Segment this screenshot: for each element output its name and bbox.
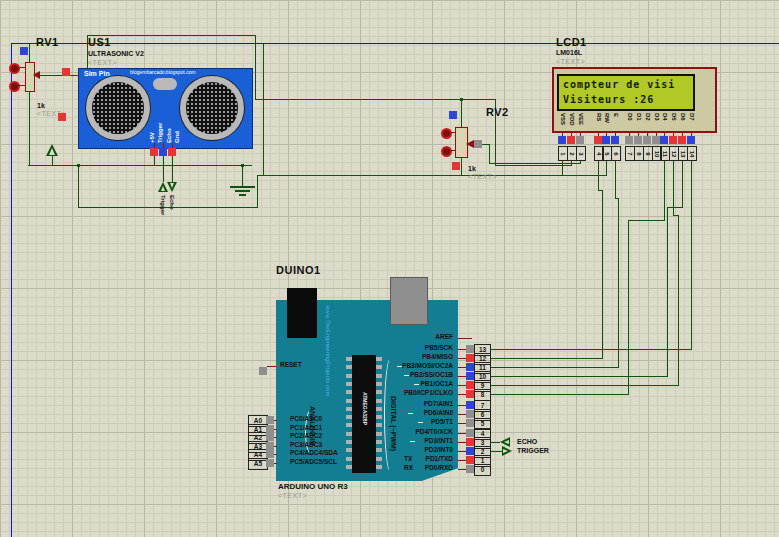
pwm-mark [410, 441, 415, 442]
state-probe [62, 68, 70, 76]
wire[interactable] [11, 43, 12, 537]
rv1-value: 1k [37, 102, 45, 109]
pin-stub [458, 433, 466, 434]
pin-stub [458, 394, 466, 395]
wire[interactable] [78, 165, 79, 207]
wire[interactable] [29, 90, 30, 165]
state-probe [58, 113, 66, 121]
wire[interactable] [490, 376, 668, 377]
wire[interactable] [87, 35, 256, 36]
rv2-terminal[interactable] [441, 128, 452, 139]
rv2-terminal[interactable] [441, 146, 452, 157]
schematic-canvas: RV1 1k <TEXT> US1 ULTRASONIC V2 <TEXT> S… [0, 0, 779, 537]
wire[interactable] [154, 156, 155, 165]
state-probe [576, 136, 584, 144]
wire[interactable] [615, 160, 616, 198]
wire[interactable] [628, 220, 629, 394]
wire[interactable] [11, 43, 779, 44]
lcd-pin-name: E [613, 113, 619, 117]
lcd-screen: compteur de visi Visiteurs :26 [557, 74, 695, 111]
transducer-left [86, 76, 150, 140]
pin-stub [274, 454, 277, 455]
state-probe [259, 367, 267, 375]
rv2-text-placeholder: <TEXT> [468, 173, 497, 180]
wire[interactable] [618, 198, 619, 367]
wire[interactable] [628, 220, 665, 221]
wire[interactable] [490, 367, 619, 368]
state-probe [625, 136, 633, 144]
state-probe [466, 345, 474, 353]
wire[interactable] [602, 190, 603, 358]
wire[interactable] [489, 163, 581, 164]
lcd-pin-name: D1 [636, 113, 642, 121]
digital-pin-label: PB3/MOSI/OC2A [293, 363, 453, 370]
digital-pin-label: PB4/MISO [293, 354, 453, 361]
wire[interactable] [489, 144, 490, 163]
wire[interactable] [490, 394, 629, 395]
wire[interactable] [682, 160, 683, 207]
echo-terminal-icon [170, 183, 174, 188]
digital-pin-label: PD0/RXD [293, 465, 453, 472]
pin-stub [458, 423, 466, 424]
analog-pin-ext[interactable]: A5 [248, 458, 268, 470]
rv1-terminal[interactable] [9, 63, 20, 74]
rv2-pin-stub [449, 150, 455, 151]
rv1-pin-stub [17, 85, 25, 86]
wire[interactable] [242, 165, 243, 186]
state-probe [466, 456, 474, 464]
lcd1-text-placeholder: <TEXT> [556, 58, 585, 65]
lcd-pin-name: D0 [627, 113, 633, 121]
wire[interactable] [40, 75, 78, 76]
state-probe [466, 410, 474, 418]
wire[interactable] [257, 175, 607, 176]
rv1-terminal[interactable] [9, 81, 20, 92]
wire[interactable] [490, 349, 692, 350]
duino1-text-placeholder: <TEXT> [278, 492, 307, 499]
pin-number[interactable]: 0 [474, 464, 491, 476]
us1-ref: US1 [88, 36, 111, 48]
state-probe [266, 459, 274, 467]
wire[interactable] [667, 207, 683, 208]
wire[interactable] [28, 165, 252, 166]
wire[interactable] [78, 207, 258, 208]
lcd-pin-name: VDD [569, 113, 575, 126]
pin-stub [458, 460, 466, 461]
wire[interactable] [490, 358, 603, 359]
wire[interactable] [257, 175, 258, 207]
wire[interactable] [667, 207, 668, 376]
rx-prefix: RX [404, 465, 413, 472]
wire[interactable] [678, 215, 679, 385]
wire[interactable] [172, 156, 173, 182]
wire[interactable] [490, 385, 679, 386]
wire[interactable] [664, 160, 665, 220]
state-probe [567, 136, 575, 144]
pin-stub [458, 451, 466, 452]
wire[interactable] [495, 165, 572, 166]
lcd1-ref: LCD1 [556, 36, 587, 48]
wire[interactable] [52, 156, 53, 165]
analog-pin-label: PC1/ADC1 [290, 425, 322, 432]
wire[interactable] [255, 35, 256, 99]
us1-pin-label: Gnd [174, 131, 180, 143]
wire[interactable] [598, 160, 599, 190]
pin-stub [458, 442, 466, 443]
lcd-line2: Visiteurs :26 [563, 94, 654, 105]
state-probe [669, 136, 677, 144]
state-probe [558, 136, 566, 144]
wire[interactable] [461, 99, 462, 127]
rv2-pin-stub [449, 132, 455, 133]
wire[interactable] [263, 44, 264, 175]
digital-pin-label: PB1/OC1A [293, 381, 453, 388]
wire[interactable] [691, 160, 692, 349]
digital-pin-label: PD7/AIN1 [293, 401, 453, 408]
analog-pin-label: PC3/ADC3 [290, 442, 322, 449]
wire[interactable] [163, 156, 164, 182]
wire[interactable] [490, 451, 502, 452]
wire[interactable] [606, 160, 607, 175]
wire[interactable] [490, 442, 500, 443]
wire[interactable] [461, 156, 462, 175]
wire[interactable] [29, 44, 30, 62]
pin-stub [458, 358, 466, 359]
state-probe [20, 47, 28, 55]
state-probe [452, 162, 460, 170]
